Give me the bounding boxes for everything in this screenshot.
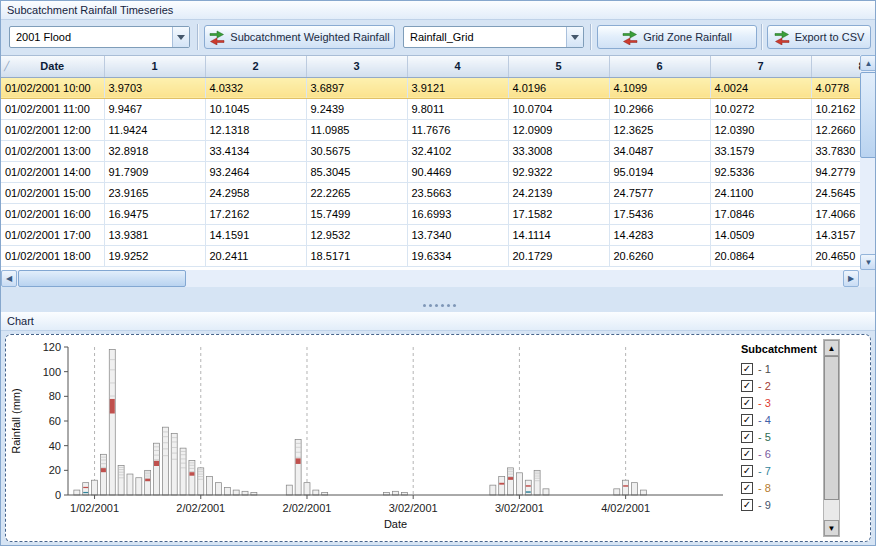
table-cell[interactable]: 4.1099 (609, 77, 710, 98)
legend-checkbox-4[interactable]: ✓ (741, 414, 753, 426)
table-cell[interactable]: 10.0272 (710, 98, 811, 119)
table-cell[interactable]: 19.6334 (407, 245, 508, 266)
legend-checkbox-7[interactable]: ✓ (741, 465, 753, 477)
column-header-2[interactable]: 2 (205, 56, 306, 77)
table-cell[interactable]: 12.3625 (609, 119, 710, 140)
flood-event-select[interactable]: 2001 Flood (9, 26, 190, 48)
export-to-csv-button[interactable]: Export to CSV (767, 25, 871, 49)
table-cell[interactable]: 3.6897 (306, 77, 407, 98)
grid-zone-rainfall-button[interactable]: Grid Zone Rainfall (597, 25, 757, 49)
legend-scroll-down-button[interactable]: ▼ (824, 520, 839, 536)
splitter-handle[interactable] (1, 299, 876, 312)
legend-checkbox-1[interactable]: ✓ (741, 363, 753, 375)
table-cell[interactable]: 33.3008 (508, 140, 609, 161)
table-cell[interactable]: 17.2162 (205, 203, 306, 224)
table-cell[interactable]: 14.1591 (205, 224, 306, 245)
table-cell[interactable]: 11.0985 (306, 119, 407, 140)
table-cell[interactable]: 24.1100 (710, 182, 811, 203)
column-header-1[interactable]: 1 (104, 56, 205, 77)
horizontal-scroll-thumb[interactable] (18, 270, 186, 287)
table-cell[interactable]: 95.0194 (609, 161, 710, 182)
table-row[interactable]: 01/02/2001 15:0023.916524.295822.226523.… (1, 182, 876, 203)
legend-checkbox-2[interactable]: ✓ (741, 380, 753, 392)
table-cell[interactable]: 01/02/2001 15:00 (1, 182, 104, 203)
chevron-down-icon[interactable] (172, 27, 189, 47)
table-cell[interactable]: 17.1582 (508, 203, 609, 224)
table-row[interactable]: 01/02/2001 16:0016.947517.216215.749916.… (1, 203, 876, 224)
rainfall-grid-select[interactable]: Rainfall_Grid (403, 26, 584, 48)
column-header-7[interactable]: 7 (710, 56, 811, 77)
table-cell[interactable]: 10.1045 (205, 98, 306, 119)
table-cell[interactable]: 4.0024 (710, 77, 811, 98)
column-header-6[interactable]: 6 (609, 56, 710, 77)
table-vertical-scrollbar[interactable]: ▲ ▼ (860, 55, 876, 270)
table-cell[interactable]: 30.5675 (306, 140, 407, 161)
table-cell[interactable]: 16.9475 (104, 203, 205, 224)
table-cell[interactable]: 20.0864 (710, 245, 811, 266)
table-horizontal-scrollbar[interactable]: ◀ ▶ (1, 270, 876, 287)
table-cell[interactable]: 01/02/2001 12:00 (1, 119, 104, 140)
table-cell[interactable]: 32.8918 (104, 140, 205, 161)
table-cell[interactable]: 13.7340 (407, 224, 508, 245)
legend-checkbox-6[interactable]: ✓ (741, 448, 753, 460)
scroll-left-button[interactable]: ◀ (1, 270, 17, 287)
table-cell[interactable]: 33.1579 (710, 140, 811, 161)
table-cell[interactable]: 4.0332 (205, 77, 306, 98)
table-cell[interactable]: 34.0487 (609, 140, 710, 161)
table-cell[interactable]: 9.8011 (407, 98, 508, 119)
table-cell[interactable]: 24.7577 (609, 182, 710, 203)
table-cell[interactable]: 14.0509 (710, 224, 811, 245)
table-cell[interactable]: 01/02/2001 14:00 (1, 161, 104, 182)
column-header-5[interactable]: 5 (508, 56, 609, 77)
table-cell[interactable]: 22.2265 (306, 182, 407, 203)
legend-scroll-thumb[interactable] (824, 356, 839, 500)
table-row[interactable]: 01/02/2001 10:003.97034.03323.68973.9121… (1, 77, 876, 98)
legend-checkbox-9[interactable]: ✓ (741, 499, 753, 511)
table-cell[interactable]: 24.2139 (508, 182, 609, 203)
table-cell[interactable]: 93.2464 (205, 161, 306, 182)
vertical-scroll-thumb[interactable] (860, 72, 876, 158)
table-cell[interactable]: 01/02/2001 11:00 (1, 98, 104, 119)
table-row[interactable]: 01/02/2001 11:009.946710.10459.24399.801… (1, 98, 876, 119)
table-cell[interactable]: 11.9424 (104, 119, 205, 140)
table-cell[interactable]: 20.2411 (205, 245, 306, 266)
table-cell[interactable]: 9.9467 (104, 98, 205, 119)
table-cell[interactable]: 10.0704 (508, 98, 609, 119)
table-cell[interactable]: 12.0390 (710, 119, 811, 140)
column-header-3[interactable]: 3 (306, 56, 407, 77)
table-cell[interactable]: 19.9252 (104, 245, 205, 266)
table-row[interactable]: 01/02/2001 12:0011.942412.131811.098511.… (1, 119, 876, 140)
column-header-date[interactable]: ╱Date (1, 56, 104, 77)
legend-checkbox-5[interactable]: ✓ (741, 431, 753, 443)
table-cell[interactable]: 01/02/2001 16:00 (1, 203, 104, 224)
scroll-right-button[interactable]: ▶ (843, 270, 859, 287)
table-cell[interactable]: 01/02/2001 10:00 (1, 77, 104, 98)
column-header-4[interactable]: 4 (407, 56, 508, 77)
table-cell[interactable]: 92.9322 (508, 161, 609, 182)
table-cell[interactable]: 3.9703 (104, 77, 205, 98)
table-cell[interactable]: 92.5336 (710, 161, 811, 182)
table-cell[interactable]: 13.9381 (104, 224, 205, 245)
table-cell[interactable]: 85.3045 (306, 161, 407, 182)
table-row[interactable]: 01/02/2001 13:0032.891833.413430.567532.… (1, 140, 876, 161)
table-cell[interactable]: 9.2439 (306, 98, 407, 119)
table-cell[interactable]: 4.0196 (508, 77, 609, 98)
table-cell[interactable]: 01/02/2001 18:00 (1, 245, 104, 266)
subcatchment-weighted-rainfall-button[interactable]: Subcatchment Weighted Rainfall (204, 25, 395, 49)
table-cell[interactable]: 11.7676 (407, 119, 508, 140)
table-cell[interactable]: 17.0846 (710, 203, 811, 224)
table-cell[interactable]: 33.4134 (205, 140, 306, 161)
table-cell[interactable]: 3.9121 (407, 77, 508, 98)
table-cell[interactable]: 90.4469 (407, 161, 508, 182)
table-cell[interactable]: 10.2966 (609, 98, 710, 119)
table-cell[interactable]: 91.7909 (104, 161, 205, 182)
table-cell[interactable]: 24.2958 (205, 182, 306, 203)
table-cell[interactable]: 15.7499 (306, 203, 407, 224)
legend-checkbox-8[interactable]: ✓ (741, 482, 753, 494)
table-cell[interactable]: 17.5436 (609, 203, 710, 224)
legend-checkbox-3[interactable]: ✓ (741, 397, 753, 409)
legend-scrollbar[interactable]: ▲ ▼ (823, 339, 840, 537)
table-cell[interactable]: 14.1114 (508, 224, 609, 245)
table-cell[interactable]: 32.4102 (407, 140, 508, 161)
table-cell[interactable]: 16.6993 (407, 203, 508, 224)
